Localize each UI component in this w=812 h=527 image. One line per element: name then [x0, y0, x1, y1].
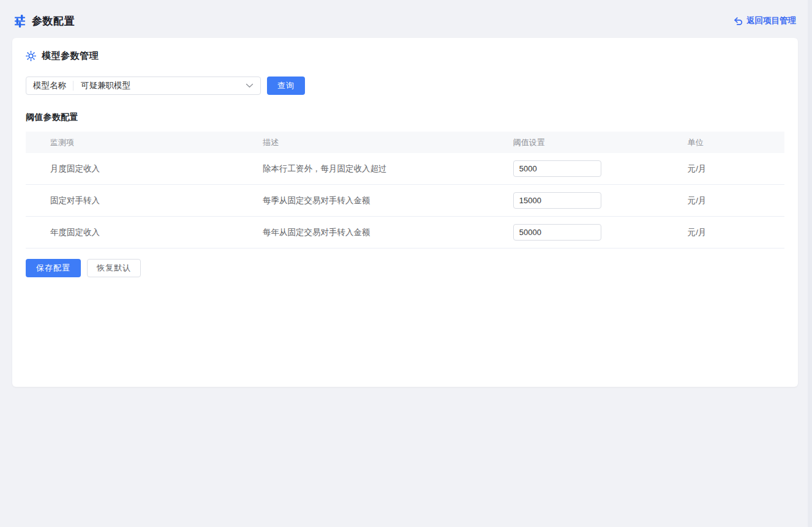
page-header: 参数配置 返回项目管理 — [0, 0, 812, 31]
gear-icon — [26, 51, 36, 61]
chevron-down-icon — [246, 83, 254, 88]
section-title: 模型参数管理 — [42, 50, 99, 62]
query-button[interactable]: 查询 — [267, 77, 305, 95]
model-parameter-card: 模型参数管理 模型名称 可疑兼职模型 查询 阈值参数配置 监测项 描述 阈值设置… — [12, 38, 798, 387]
unit-cell: 元/月 — [663, 195, 784, 206]
table-header-row: 监测项 描述 阈值设置 单位 — [26, 132, 784, 153]
column-header-desc: 描述 — [238, 137, 489, 148]
back-to-project-link[interactable]: 返回项目管理 — [734, 15, 796, 26]
threshold-input[interactable] — [513, 192, 601, 209]
threshold-input[interactable] — [513, 224, 601, 241]
column-header-item: 监测项 — [26, 137, 238, 148]
scrollbar-track[interactable] — [808, 0, 812, 527]
threshold-config-title: 阈值参数配置 — [26, 112, 784, 123]
table-row: 月度固定收入 除本行工资外，每月固定收入超过 元/月 — [26, 153, 784, 185]
select-label: 模型名称 — [26, 80, 73, 91]
unit-cell: 元/月 — [663, 163, 784, 174]
description-cell: 每年从固定交易对手转入金额 — [238, 227, 489, 238]
model-name-select[interactable]: 模型名称 可疑兼职模型 — [26, 77, 261, 95]
table-row: 年度固定收入 每年从固定交易对手转入金额 元/月 — [26, 217, 784, 249]
return-arrow-icon — [734, 17, 743, 26]
description-cell: 除本行工资外，每月固定收入超过 — [238, 163, 489, 174]
column-header-unit: 单位 — [663, 137, 784, 148]
column-header-threshold: 阈值设置 — [489, 137, 663, 148]
description-cell: 每季从固定交易对手转入金额 — [238, 195, 489, 206]
table-body: 月度固定收入 除本行工资外，每月固定收入超过 元/月 固定对手转入 每季从固定交… — [26, 153, 784, 249]
page-title: 参数配置 — [32, 14, 75, 28]
threshold-table: 监测项 描述 阈值设置 单位 月度固定收入 除本行工资外，每月固定收入超过 元/… — [26, 132, 784, 249]
save-config-button[interactable]: 保存配置 — [26, 259, 81, 277]
select-value: 可疑兼职模型 — [73, 80, 246, 91]
monitor-item-cell: 月度固定收入 — [26, 163, 238, 174]
monitor-item-cell: 年度固定收入 — [26, 227, 238, 238]
unit-cell: 元/月 — [663, 227, 784, 238]
sliders-icon — [13, 15, 26, 28]
restore-default-button[interactable]: 恢复默认 — [87, 259, 141, 277]
monitor-item-cell: 固定对手转入 — [26, 195, 238, 206]
back-link-label: 返回项目管理 — [746, 15, 796, 26]
table-row: 固定对手转入 每季从固定交易对手转入金额 元/月 — [26, 185, 784, 217]
threshold-input[interactable] — [513, 160, 601, 177]
